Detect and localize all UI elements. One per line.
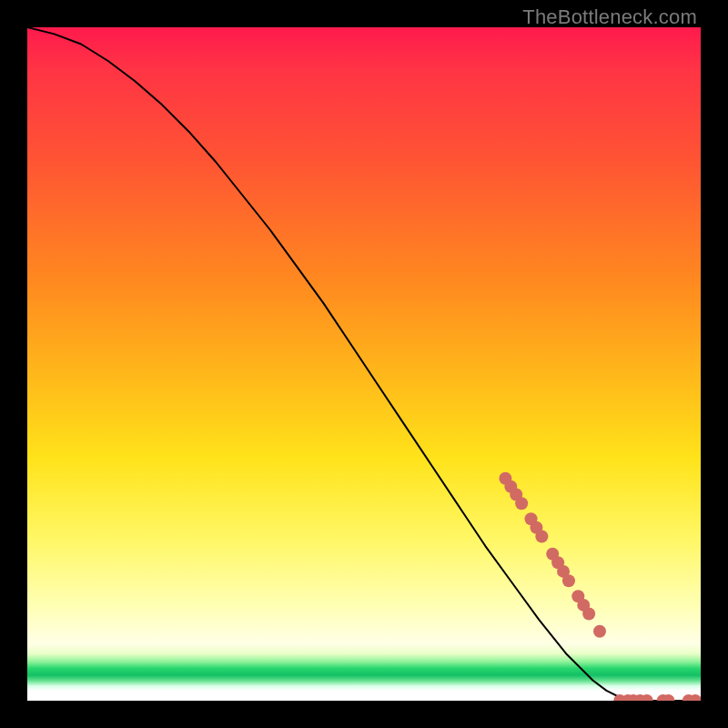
marker-dot: [535, 530, 548, 542]
marker-dot: [515, 497, 528, 510]
chart-stage: TheBottleneck.com: [0, 0, 728, 728]
marker-dot: [593, 625, 606, 638]
segment-dots: [499, 472, 701, 701]
plot-area: [27, 27, 701, 701]
chart-svg: [27, 27, 701, 701]
marker-dot: [582, 608, 595, 621]
watermark-text: TheBottleneck.com: [522, 5, 697, 29]
marker-dot: [562, 574, 575, 587]
bottleneck-curve: [27, 27, 701, 701]
